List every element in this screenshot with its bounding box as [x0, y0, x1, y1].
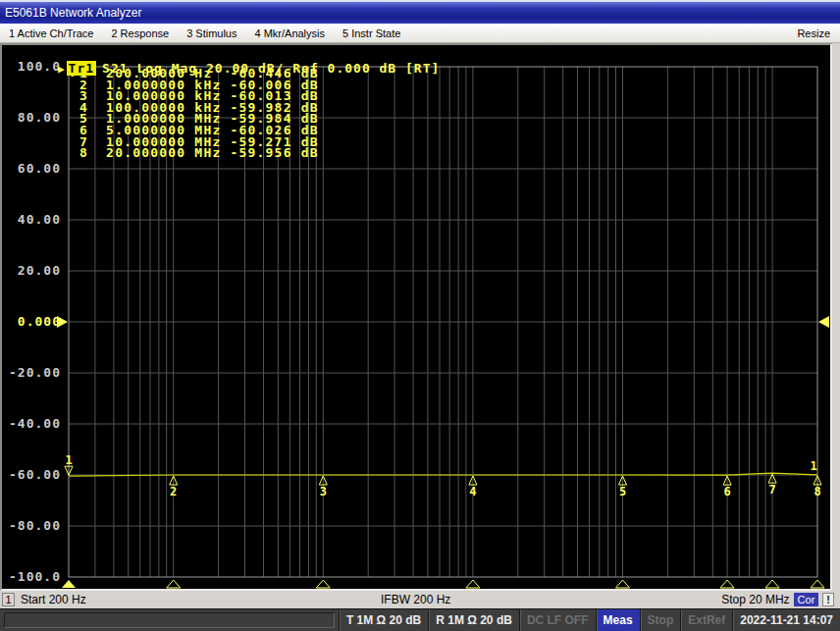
stop-status: Stop	[640, 609, 681, 631]
menu-stimulus[interactable]: 3 Stimulus	[178, 27, 245, 39]
y-axis-tick-label: 60.00	[18, 161, 61, 176]
trace-settings-text[interactable]: S21 Log Mag 20.00 dB/ Ref 0.000 dB [RT]	[102, 61, 440, 76]
marker-readout-row: 8 20.000000 MHz -59.956 dB	[71, 147, 319, 159]
correction-status-badge: Cor	[794, 593, 819, 606]
menu-bar: 1 Active Ch/Trace 2 Response 3 Stimulus …	[0, 24, 840, 43]
y-axis-tick-label: 20.00	[18, 263, 61, 278]
marker-7-number: 7	[768, 483, 775, 497]
statusbar-segments: T 1M Ω 20 dBR 1M Ω 20 dBDC LF OFFMeasSto…	[339, 609, 840, 631]
marker-4-number: 4	[469, 485, 476, 499]
window-titlebar: E5061B Network Analyzer	[0, 0, 840, 24]
y-axis-tick-label: -20.00	[9, 365, 61, 380]
y-axis-tick-label: -40.00	[9, 416, 61, 431]
marker-8-number: 8	[814, 485, 820, 499]
marker-7-stimulus-triangle[interactable]	[765, 580, 779, 588]
trace-badge[interactable]: Tr1	[67, 61, 96, 76]
menu-instr-state[interactable]: 5 Instr State	[334, 27, 409, 39]
status-right-group: Stop 20 MHz Cor !	[721, 593, 840, 606]
y-axis-tick-label: 40.00	[18, 212, 61, 227]
marker-6-number: 6	[723, 485, 730, 499]
y-axis-tick-label: -100.0	[9, 569, 61, 584]
marker-6-stimulus-triangle[interactable]	[720, 580, 734, 588]
marker-5-number: 5	[619, 485, 626, 499]
meas-status: Meas	[596, 609, 640, 631]
marker-3-number: 3	[320, 485, 327, 499]
r-port-status: R 1M Ω 20 dB	[428, 609, 519, 631]
app-window: E5061B Network Analyzer 1 Active Ch/Trac…	[0, 0, 840, 631]
marker-1-number: 1	[65, 453, 72, 467]
menu-mkr-analysis[interactable]: 4 Mkr/Analysis	[245, 27, 334, 39]
menu-response[interactable]: 2 Response	[102, 27, 178, 39]
channel-status-bar: 1 Start 200 Hz IFBW 200 Hz Stop 20 MHz C…	[0, 591, 840, 608]
ref-level-arrow-left[interactable]	[57, 316, 68, 328]
dc-lf-status: DC LF OFF	[519, 609, 596, 631]
y-axis-tick-label: 80.00	[18, 110, 61, 125]
trace-number-label: 1	[810, 459, 816, 473]
start-frequency-label[interactable]: Start 200 Hz	[21, 593, 86, 606]
trace-header: ▶Tr1S21 Log Mag 20.00 dB/ Ref 0.000 dB […	[6, 46, 440, 90]
instrument-status-bar: T 1M Ω 20 dBR 1M Ω 20 dBDC LF OFFMeasSto…	[0, 608, 840, 631]
extref-status: ExtRef	[680, 609, 732, 631]
t-port-status: T 1M Ω 20 dB	[339, 609, 428, 631]
menu-active-ch-trace[interactable]: 1 Active Ch/Trace	[0, 27, 102, 39]
ifbw-label[interactable]: IFBW 200 Hz	[381, 593, 450, 606]
y-axis-tick-label: 0.000	[18, 314, 61, 329]
marker-3-stimulus-triangle[interactable]	[316, 580, 330, 588]
marker-1-stimulus-triangle[interactable]	[62, 580, 76, 588]
marker-8-stimulus-triangle[interactable]	[811, 580, 824, 588]
window-title: E5061B Network Analyzer	[5, 6, 141, 20]
trace-line	[69, 473, 817, 476]
warning-badge: !	[822, 593, 834, 606]
active-trace-arrow-icon: ▶	[58, 63, 66, 76]
analyzer-screen: 100.080.0060.0040.0020.000.000-20.00-40.…	[0, 43, 832, 591]
marker-2-number: 2	[170, 485, 177, 499]
menu-resize[interactable]: Resize	[788, 27, 840, 39]
marker-2-stimulus-triangle[interactable]	[167, 580, 181, 588]
marker-5-stimulus-triangle[interactable]	[616, 580, 630, 588]
ref-level-arrow-right[interactable]	[818, 316, 829, 328]
y-axis-tick-label: -60.00	[9, 467, 61, 482]
y-axis-tick-label: -80.00	[9, 518, 61, 533]
channel-number-box: 1	[2, 593, 15, 606]
marker-4-stimulus-triangle[interactable]	[466, 580, 480, 588]
statusbar-empty-area	[4, 612, 335, 628]
clock: 2022-11-21 14:07	[732, 609, 840, 631]
stop-frequency-label[interactable]: Stop 20 MHz	[721, 593, 789, 606]
